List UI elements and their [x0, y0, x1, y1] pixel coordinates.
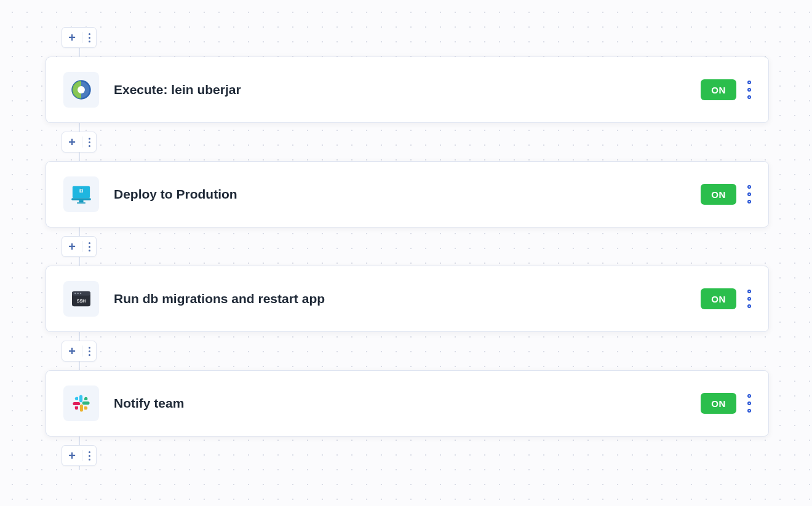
- add-step-node[interactable]: +: [62, 27, 97, 48]
- svg-point-13: [80, 293, 81, 294]
- pipeline-step-deploy-to-production[interactable]: Deploy to Prodution ON: [46, 161, 769, 227]
- svg-text:SSH: SSH: [77, 299, 86, 303]
- svg-rect-22: [84, 398, 87, 400]
- step-actions: ON: [701, 393, 751, 414]
- plus-icon[interactable]: +: [62, 31, 82, 45]
- clojure-icon: [63, 72, 99, 108]
- svg-point-1: [78, 86, 85, 93]
- add-step-menu-button[interactable]: [82, 138, 96, 147]
- vertical-dots-icon: [89, 451, 90, 461]
- add-step-menu-button[interactable]: [82, 242, 96, 251]
- step-title: Execute: lein uberjar: [114, 82, 701, 97]
- slack-icon: [63, 385, 99, 421]
- toggle-enabled-button[interactable]: ON: [701, 79, 736, 100]
- add-step-menu-button[interactable]: [82, 451, 96, 461]
- vertical-dots-icon: [89, 347, 90, 356]
- step-title: Deploy to Prodution: [114, 187, 701, 202]
- svg-rect-15: [79, 395, 82, 402]
- step-title: Run db migrations and restart app: [114, 291, 701, 306]
- pipeline-step-run-db-migrations[interactable]: SSH Run db migrations and restart app ON: [46, 266, 769, 332]
- add-step-menu-button[interactable]: [82, 347, 96, 356]
- svg-rect-4: [79, 200, 83, 203]
- plus-icon[interactable]: +: [62, 449, 82, 463]
- add-step-node[interactable]: +: [62, 236, 97, 257]
- step-actions: ON: [701, 184, 751, 205]
- pipeline-step-execute-lein-uberjar[interactable]: Execute: lein uberjar ON: [46, 57, 769, 123]
- svg-rect-16: [82, 401, 90, 405]
- drag-handle-icon[interactable]: [747, 394, 751, 413]
- svg-rect-18: [73, 402, 80, 405]
- toggle-enabled-button[interactable]: ON: [701, 288, 736, 309]
- drag-handle-icon[interactable]: [747, 290, 751, 308]
- pipeline-container: + Execute: lein uberjar ON +: [46, 27, 769, 466]
- add-step-node[interactable]: +: [62, 445, 97, 466]
- plus-icon[interactable]: +: [62, 240, 82, 254]
- svg-rect-3: [71, 198, 91, 200]
- step-actions: ON: [701, 288, 751, 309]
- toggle-enabled-button[interactable]: ON: [701, 393, 736, 414]
- vertical-dots-icon: [89, 138, 90, 147]
- drag-handle-icon[interactable]: [747, 185, 751, 204]
- drag-handle-icon[interactable]: [747, 81, 751, 99]
- add-step-menu-button[interactable]: [82, 33, 96, 42]
- toggle-enabled-button[interactable]: ON: [701, 184, 736, 205]
- vertical-dots-icon: [89, 33, 90, 42]
- pipeline-step-notify-team[interactable]: Notify team ON: [46, 370, 769, 437]
- plus-icon[interactable]: +: [62, 344, 82, 358]
- svg-rect-24: [84, 406, 86, 409]
- svg-point-11: [74, 293, 76, 294]
- svg-rect-8: [81, 191, 81, 192]
- svg-point-12: [78, 293, 79, 294]
- svg-rect-17: [80, 405, 83, 412]
- step-actions: ON: [701, 79, 751, 100]
- add-step-node[interactable]: +: [62, 132, 97, 152]
- plus-icon[interactable]: +: [62, 135, 82, 149]
- svg-point-7: [81, 189, 82, 191]
- step-title: Notify team: [114, 396, 701, 411]
- add-step-node[interactable]: +: [62, 341, 97, 362]
- svg-rect-20: [76, 397, 78, 400]
- ssh-terminal-icon: SSH: [63, 281, 99, 317]
- deploy-icon: [63, 176, 99, 212]
- vertical-dots-icon: [89, 242, 90, 251]
- svg-rect-26: [75, 406, 78, 408]
- svg-rect-5: [77, 202, 86, 204]
